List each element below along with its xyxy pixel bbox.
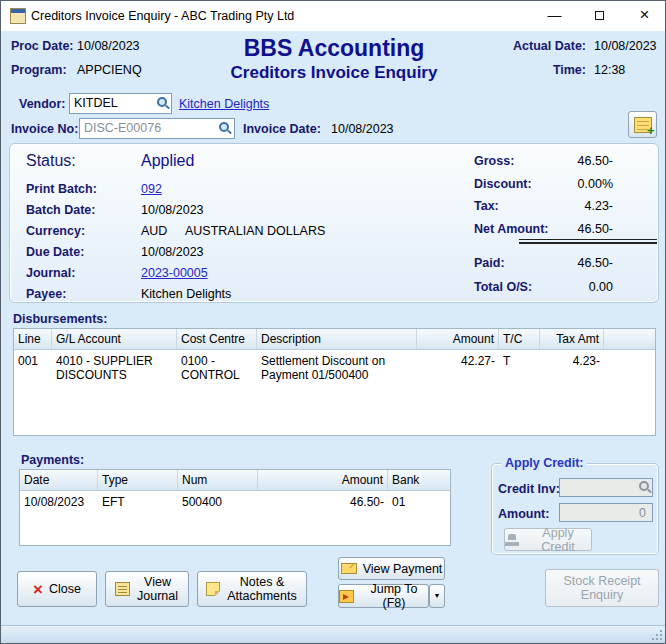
disbursements-label: Disbursements: <box>13 312 107 326</box>
payee-value: Kitchen Delights <box>141 287 231 301</box>
close-button[interactable]: × Close <box>17 571 97 607</box>
cell-tax-amt: 4.23- <box>540 350 604 371</box>
due-date-value: 10/08/2023 <box>141 245 204 259</box>
jump-to-button[interactable]: Jump To (F8) <box>338 584 429 608</box>
journal-link[interactable]: 2023-00005 <box>141 266 208 280</box>
invoice-date-value: 10/08/2023 <box>331 122 394 136</box>
currency-name: AUSTRALIAN DOLLARS <box>185 224 325 238</box>
col-amount[interactable]: Amount <box>417 329 499 349</box>
paid-value: 46.50- <box>521 256 613 270</box>
payments-label: Payments: <box>21 453 84 467</box>
discount-value: 0.00% <box>521 177 613 191</box>
currency-code: AUD <box>141 224 167 238</box>
view-journal-label: View Journal <box>136 575 180 603</box>
credit-amount-input[interactable]: 0 <box>559 503 653 522</box>
cell-bank: 01 <box>388 491 438 512</box>
credit-inv-search-icon <box>638 480 652 494</box>
gross-label: Gross: <box>474 154 514 168</box>
app-window: Creditors Invoice Enquiry - ABC Trading … <box>0 0 666 644</box>
col-type[interactable]: Type <box>98 470 178 490</box>
payment-row[interactable]: 10/08/2023 EFT 500400 46.50- 01 <box>20 491 450 512</box>
disbursements-table: Line G/L Account Cost Centre Description… <box>13 328 656 436</box>
payments-table: Date Type Num Amount Bank 10/08/2023 EFT… <box>19 469 451 546</box>
invoice-search-icon[interactable] <box>218 121 232 135</box>
gross-value: 46.50- <box>521 154 613 168</box>
jump-to-label: Jump To (F8) <box>360 582 428 610</box>
apply-credit-button-label: Apply Credit <box>525 526 591 554</box>
titlebar: Creditors Invoice Enquiry - ABC Trading … <box>1 1 665 31</box>
jump-icon <box>339 590 354 603</box>
note-icon <box>206 582 220 596</box>
col-gl-account[interactable]: G/L Account <box>52 329 177 349</box>
disbursements-header-row: Line G/L Account Cost Centre Description… <box>14 329 655 350</box>
batch-date-value: 10/08/2023 <box>141 203 204 217</box>
col-line[interactable]: Line <box>14 329 52 349</box>
cell-line: 001 <box>14 350 52 371</box>
actual-date-label: Actual Date: <box>501 39 586 53</box>
tax-label: Tax: <box>474 199 499 213</box>
total-os-value: 0.00 <box>521 280 613 294</box>
paid-label: Paid: <box>474 256 505 270</box>
journal-label: Journal: <box>26 266 75 280</box>
net-amount-underline <box>519 239 657 244</box>
cell-date: 10/08/2023 <box>20 491 98 512</box>
cell-description: Settlement Discount on Payment 01/500400 <box>257 350 417 385</box>
status-label: Status: <box>26 152 76 170</box>
col-pay-amount[interactable]: Amount <box>258 470 388 490</box>
col-tc[interactable]: T/C <box>499 329 540 349</box>
view-payment-button[interactable]: View Payment <box>338 557 445 580</box>
time-value: 12:38 <box>594 63 625 77</box>
status-value: Applied <box>141 152 194 170</box>
tax-value: 4.23- <box>521 199 613 213</box>
jump-to-dropdown-button[interactable]: ▼ <box>429 584 445 608</box>
notes-attachments-button[interactable]: Notes & Attachments <box>197 571 307 607</box>
app-icon <box>10 8 26 24</box>
payee-label: Payee: <box>26 287 66 301</box>
credit-amount-label: Amount: <box>498 507 549 521</box>
app-title: BBS Accounting <box>184 35 484 62</box>
cell-pay-amount: 46.50- <box>258 491 388 512</box>
program-value: APPCIENQ <box>77 63 142 77</box>
window-title: Creditors Invoice Enquiry - ABC Trading … <box>31 9 294 23</box>
invoice-no-input[interactable]: DISC-E00076 <box>79 118 235 139</box>
net-amount-value: 46.50- <box>521 222 613 236</box>
credit-inv-label: Credit Inv: <box>498 482 560 496</box>
cell-num[interactable]: 500400 <box>178 491 258 512</box>
resize-grip[interactable] <box>651 629 663 641</box>
stock-receipt-enquiry-button[interactable]: Stock Receipt Enquiry <box>545 569 659 607</box>
batch-date-label: Batch Date: <box>26 203 95 217</box>
close-x-icon: × <box>33 581 43 598</box>
stamp-icon <box>505 534 519 546</box>
col-date[interactable]: Date <box>20 470 98 490</box>
proc-date-label: Proc Date: <box>11 39 74 53</box>
actual-date-value: 10/08/2023 <box>594 39 657 53</box>
maximize-icon <box>595 11 604 20</box>
col-num[interactable]: Num <box>178 470 258 490</box>
print-batch-link[interactable]: 092 <box>141 182 162 196</box>
cell-tc: T <box>499 350 540 371</box>
vendor-search-icon[interactable] <box>156 96 170 110</box>
maximize-button[interactable] <box>577 1 622 31</box>
col-cost-centre[interactable]: Cost Centre <box>177 329 257 349</box>
notes-attachments-label: Notes & Attachments <box>226 575 298 603</box>
apply-credit-button[interactable]: Apply Credit <box>504 528 592 551</box>
proc-date-value: 10/08/2023 <box>77 39 140 53</box>
close-window-button[interactable]: × <box>622 1 666 31</box>
journal-icon <box>115 582 130 596</box>
col-tax-amt[interactable]: Tax Amt <box>540 329 604 349</box>
status-bar <box>1 625 665 643</box>
due-date-label: Due Date: <box>26 245 84 259</box>
disbursement-row[interactable]: 001 4010 - SUPPLIER DISCOUNTS 0100 - CON… <box>14 350 655 385</box>
view-payment-label: View Payment <box>363 562 443 576</box>
screen-title: Creditors Invoice Enquiry <box>184 63 484 83</box>
apply-credit-title: Apply Credit: <box>501 456 587 470</box>
close-button-label: Close <box>49 582 81 596</box>
col-filler <box>604 329 655 349</box>
new-document-button[interactable] <box>628 111 657 138</box>
col-description[interactable]: Description <box>257 329 417 349</box>
minimize-button[interactable]: — <box>532 1 577 31</box>
col-bank[interactable]: Bank <box>388 470 450 490</box>
vendor-name-link[interactable]: Kitchen Delights <box>179 97 269 111</box>
cell-gl-account[interactable]: 4010 - SUPPLIER DISCOUNTS <box>52 350 177 385</box>
view-journal-button[interactable]: View Journal <box>105 571 189 607</box>
